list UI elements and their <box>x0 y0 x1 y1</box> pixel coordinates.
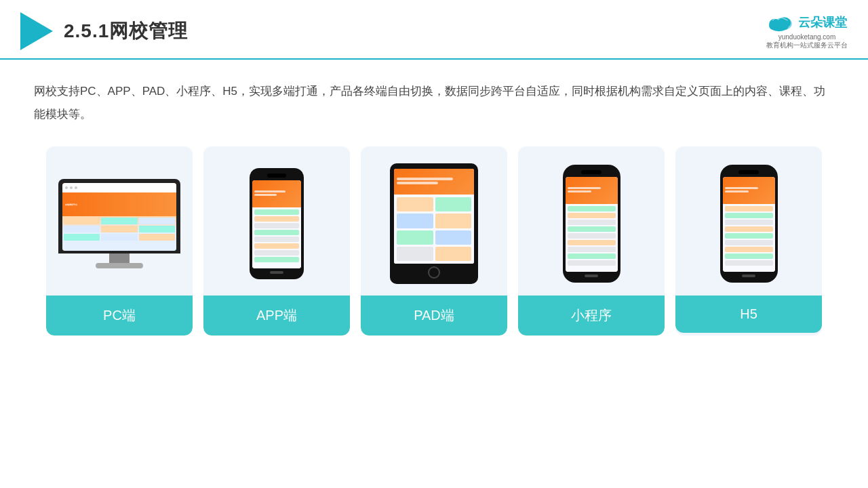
card-pad-label: PAD端 <box>361 296 507 336</box>
phone-h5-icon <box>720 165 778 283</box>
card-pc: 在线课程平台 <box>46 146 193 336</box>
main-content: 网校支持PC、APP、PAD、小程序、H5，实现多端打通，产品各终端自由切换，数… <box>0 60 868 349</box>
card-pc-image: 在线课程平台 <box>46 146 193 296</box>
logo-triangle-icon <box>20 12 53 50</box>
card-pc-label: PC端 <box>46 296 193 336</box>
card-miniprogram: 小程序 <box>518 146 665 336</box>
phone-miniprogram-icon <box>563 165 620 283</box>
page-header: 2.5.1网校管理 云朵课堂 yunduoketang.com 教育机构一站式服… <box>0 0 868 60</box>
card-app-label: APP端 <box>203 296 350 336</box>
pc-monitor-icon: 在线课程平台 <box>58 179 180 268</box>
card-h5: H5 <box>675 146 822 336</box>
card-app-image <box>203 146 350 296</box>
card-miniprogram-label: 小程序 <box>518 296 665 336</box>
card-h5-image <box>675 146 822 296</box>
tablet-pad-icon <box>390 163 478 284</box>
brand-tagline: yunduoketang.com 教育机构一站式服务云平台 <box>766 33 848 50</box>
card-pad: PAD端 <box>361 146 507 336</box>
card-h5-label: H5 <box>675 296 822 333</box>
phone-app-icon <box>250 168 304 279</box>
card-app: APP端 <box>203 146 350 336</box>
brand-logo-area: 云朵课堂 yunduoketang.com 教育机构一站式服务云平台 <box>766 13 848 50</box>
description-text: 网校支持PC、APP、PAD、小程序、H5，实现多端打通，产品各终端自由切换，数… <box>34 80 834 126</box>
cloud-logo-icon <box>767 13 794 32</box>
page-title: 2.5.1网校管理 <box>64 18 188 44</box>
brand-name-text: 云朵课堂 <box>798 14 847 30</box>
header-left: 2.5.1网校管理 <box>20 12 188 50</box>
platform-cards-container: 在线课程平台 <box>34 146 834 336</box>
brand-logo: 云朵课堂 <box>767 13 847 32</box>
card-miniprogram-image <box>518 146 665 296</box>
card-pad-image <box>361 146 507 296</box>
